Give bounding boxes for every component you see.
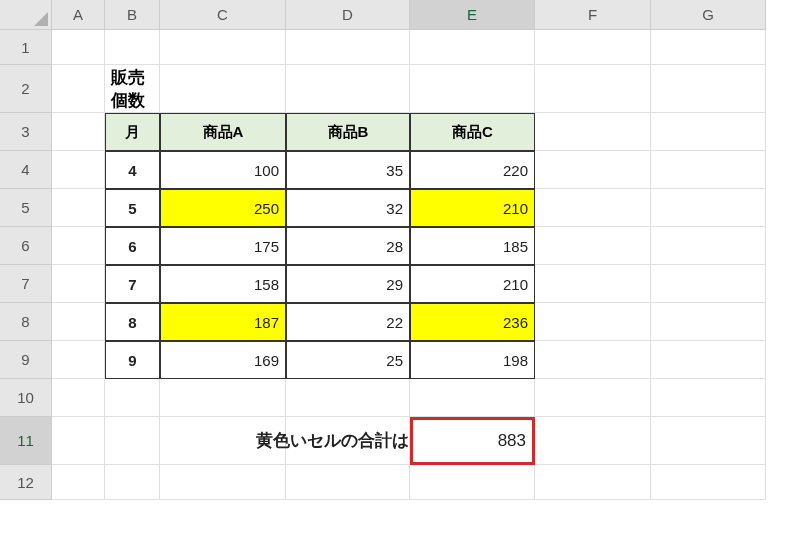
cell-E11[interactable]: 883 [410, 417, 535, 465]
cell-B2[interactable]: 販売個数 [105, 65, 160, 113]
cell-G9[interactable] [651, 341, 766, 379]
cell-G11[interactable] [651, 417, 766, 465]
cell-F2[interactable] [535, 65, 651, 113]
cell-F4[interactable] [535, 151, 651, 189]
cell-D1[interactable] [286, 30, 410, 65]
cell-D10[interactable] [286, 379, 410, 417]
cell-E3[interactable]: 商品C [410, 113, 535, 151]
cell-D2[interactable] [286, 65, 410, 113]
cell-B8[interactable]: 8 [105, 303, 160, 341]
row-header-4[interactable]: 4 [0, 151, 52, 189]
cell-G5[interactable] [651, 189, 766, 227]
cell-A7[interactable] [52, 265, 105, 303]
cell-E2[interactable] [410, 65, 535, 113]
cell-A5[interactable] [52, 189, 105, 227]
row-header-8[interactable]: 8 [0, 303, 52, 341]
row-header-11[interactable]: 11 [0, 417, 52, 465]
cell-F3[interactable] [535, 113, 651, 151]
cell-F6[interactable] [535, 227, 651, 265]
cell-C8[interactable]: 187 [160, 303, 286, 341]
row-header-6[interactable]: 6 [0, 227, 52, 265]
cell-C10[interactable] [160, 379, 286, 417]
cell-A3[interactable] [52, 113, 105, 151]
cell-B11[interactable] [105, 417, 160, 465]
cell-G1[interactable] [651, 30, 766, 65]
cell-G2[interactable] [651, 65, 766, 113]
row-header-9[interactable]: 9 [0, 341, 52, 379]
cell-E12[interactable] [410, 465, 535, 500]
cell-D9[interactable]: 25 [286, 341, 410, 379]
cell-D6[interactable]: 28 [286, 227, 410, 265]
cell-A1[interactable] [52, 30, 105, 65]
cell-B7[interactable]: 7 [105, 265, 160, 303]
cell-F8[interactable] [535, 303, 651, 341]
cell-F11[interactable] [535, 417, 651, 465]
cell-B5[interactable]: 5 [105, 189, 160, 227]
cell-A4[interactable] [52, 151, 105, 189]
cell-B9[interactable]: 9 [105, 341, 160, 379]
cell-C11[interactable]: 黄色いセルの合計は [160, 417, 286, 465]
cell-B6[interactable]: 6 [105, 227, 160, 265]
cell-G3[interactable] [651, 113, 766, 151]
cell-B12[interactable] [105, 465, 160, 500]
cell-E5[interactable]: 210 [410, 189, 535, 227]
cell-E9[interactable]: 198 [410, 341, 535, 379]
cell-F1[interactable] [535, 30, 651, 65]
cell-B10[interactable] [105, 379, 160, 417]
cell-E10[interactable] [410, 379, 535, 417]
cell-C6[interactable]: 175 [160, 227, 286, 265]
cell-G10[interactable] [651, 379, 766, 417]
column-header-C[interactable]: C [160, 0, 286, 30]
cell-A2[interactable] [52, 65, 105, 113]
cell-E1[interactable] [410, 30, 535, 65]
row-header-7[interactable]: 7 [0, 265, 52, 303]
cell-F5[interactable] [535, 189, 651, 227]
cell-G12[interactable] [651, 465, 766, 500]
cell-E7[interactable]: 210 [410, 265, 535, 303]
cell-E6[interactable]: 185 [410, 227, 535, 265]
cell-A12[interactable] [52, 465, 105, 500]
cell-D12[interactable] [286, 465, 410, 500]
cell-D4[interactable]: 35 [286, 151, 410, 189]
column-header-G[interactable]: G [651, 0, 766, 30]
cell-B3[interactable]: 月 [105, 113, 160, 151]
cell-G4[interactable] [651, 151, 766, 189]
cell-F12[interactable] [535, 465, 651, 500]
cell-C1[interactable] [160, 30, 286, 65]
row-header-2[interactable]: 2 [0, 65, 52, 113]
cell-A10[interactable] [52, 379, 105, 417]
column-header-A[interactable]: A [52, 0, 105, 30]
cell-B4[interactable]: 4 [105, 151, 160, 189]
cell-F7[interactable] [535, 265, 651, 303]
cell-C4[interactable]: 100 [160, 151, 286, 189]
cell-B1[interactable] [105, 30, 160, 65]
cell-D7[interactable]: 29 [286, 265, 410, 303]
row-header-5[interactable]: 5 [0, 189, 52, 227]
cell-F9[interactable] [535, 341, 651, 379]
cell-A9[interactable] [52, 341, 105, 379]
row-header-12[interactable]: 12 [0, 465, 52, 500]
select-all-corner[interactable] [0, 0, 52, 30]
cell-D5[interactable]: 32 [286, 189, 410, 227]
cell-C5[interactable]: 250 [160, 189, 286, 227]
column-header-D[interactable]: D [286, 0, 410, 30]
cell-G7[interactable] [651, 265, 766, 303]
cell-D3[interactable]: 商品B [286, 113, 410, 151]
cell-E4[interactable]: 220 [410, 151, 535, 189]
cell-C12[interactable] [160, 465, 286, 500]
cell-E8[interactable]: 236 [410, 303, 535, 341]
cell-G6[interactable] [651, 227, 766, 265]
cell-F10[interactable] [535, 379, 651, 417]
cell-C2[interactable] [160, 65, 286, 113]
row-header-10[interactable]: 10 [0, 379, 52, 417]
cell-A11[interactable] [52, 417, 105, 465]
cell-D8[interactable]: 22 [286, 303, 410, 341]
cell-A8[interactable] [52, 303, 105, 341]
cell-C9[interactable]: 169 [160, 341, 286, 379]
cell-G8[interactable] [651, 303, 766, 341]
column-header-F[interactable]: F [535, 0, 651, 30]
row-header-1[interactable]: 1 [0, 30, 52, 65]
column-header-E[interactable]: E [410, 0, 535, 30]
column-header-B[interactable]: B [105, 0, 160, 30]
cell-C7[interactable]: 158 [160, 265, 286, 303]
